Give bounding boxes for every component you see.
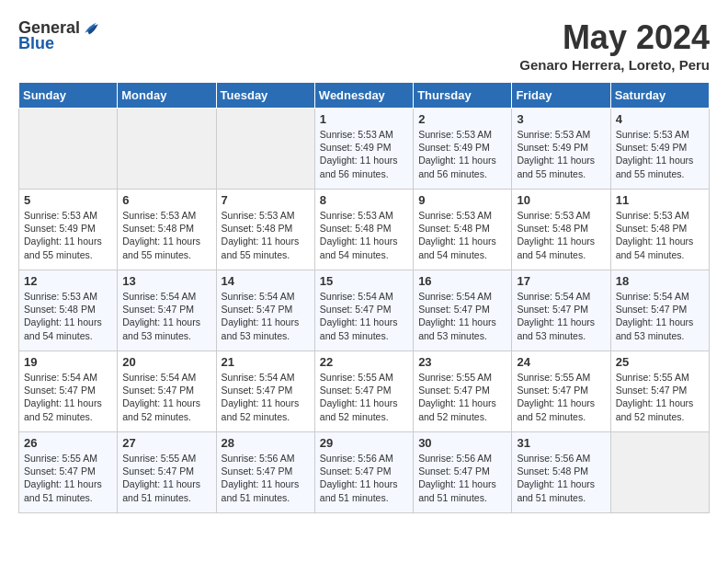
day-number: 22 xyxy=(320,355,409,369)
day-number: 20 xyxy=(122,355,211,369)
day-number: 12 xyxy=(24,274,113,288)
day-number: 1 xyxy=(320,112,409,126)
title-area: May 2024 Genaro Herrera, Loreto, Peru xyxy=(519,18,710,73)
calendar-cell: 17Sunrise: 5:54 AMSunset: 5:47 PMDayligh… xyxy=(512,270,610,351)
day-info: Sunrise: 5:55 AMSunset: 5:47 PMDaylight:… xyxy=(122,452,211,504)
day-number: 14 xyxy=(222,274,311,288)
day-info: Sunrise: 5:53 AMSunset: 5:48 PMDaylight:… xyxy=(616,209,705,261)
header: General Blue May 2024 Genaro Herrera, Lo… xyxy=(18,18,710,73)
day-number: 4 xyxy=(616,112,705,126)
day-info: Sunrise: 5:54 AMSunset: 5:47 PMDaylight:… xyxy=(24,371,113,423)
day-info: Sunrise: 5:54 AMSunset: 5:47 PMDaylight:… xyxy=(222,290,311,342)
day-info: Sunrise: 5:53 AMSunset: 5:48 PMDaylight:… xyxy=(517,209,606,261)
day-number: 29 xyxy=(320,436,409,450)
calendar-cell: 18Sunrise: 5:54 AMSunset: 5:47 PMDayligh… xyxy=(610,270,709,351)
calendar-cell: 31Sunrise: 5:56 AMSunset: 5:48 PMDayligh… xyxy=(512,432,610,513)
calendar-week-row: 1Sunrise: 5:53 AMSunset: 5:49 PMDaylight… xyxy=(19,109,710,190)
calendar-cell: 3Sunrise: 5:53 AMSunset: 5:49 PMDaylight… xyxy=(512,109,610,190)
calendar-cell: 10Sunrise: 5:53 AMSunset: 5:48 PMDayligh… xyxy=(512,190,610,270)
day-info: Sunrise: 5:53 AMSunset: 5:49 PMDaylight:… xyxy=(24,209,113,261)
day-number: 15 xyxy=(320,274,409,288)
logo: General Blue xyxy=(18,18,104,53)
logo-bird-icon xyxy=(82,19,104,38)
day-number: 9 xyxy=(418,193,507,207)
calendar-cell: 14Sunrise: 5:54 AMSunset: 5:47 PMDayligh… xyxy=(216,270,314,351)
weekday-header-friday: Friday xyxy=(512,83,610,109)
calendar-cell: 23Sunrise: 5:55 AMSunset: 5:47 PMDayligh… xyxy=(414,351,512,432)
day-info: Sunrise: 5:54 AMSunset: 5:47 PMDaylight:… xyxy=(616,290,705,342)
calendar-cell: 13Sunrise: 5:54 AMSunset: 5:47 PMDayligh… xyxy=(118,270,216,351)
day-number: 10 xyxy=(517,193,606,207)
calendar-cell: 7Sunrise: 5:53 AMSunset: 5:48 PMDaylight… xyxy=(216,190,314,270)
calendar-cell: 30Sunrise: 5:56 AMSunset: 5:47 PMDayligh… xyxy=(414,432,512,513)
day-info: Sunrise: 5:54 AMSunset: 5:47 PMDaylight:… xyxy=(418,290,507,342)
day-number: 28 xyxy=(222,436,311,450)
day-info: Sunrise: 5:54 AMSunset: 5:47 PMDaylight:… xyxy=(122,290,211,342)
day-info: Sunrise: 5:53 AMSunset: 5:48 PMDaylight:… xyxy=(222,209,311,261)
day-info: Sunrise: 5:55 AMSunset: 5:47 PMDaylight:… xyxy=(24,452,113,504)
calendar-week-row: 12Sunrise: 5:53 AMSunset: 5:48 PMDayligh… xyxy=(19,270,710,351)
day-number: 21 xyxy=(222,355,311,369)
day-number: 27 xyxy=(122,436,211,450)
day-number: 24 xyxy=(517,355,606,369)
calendar-week-row: 26Sunrise: 5:55 AMSunset: 5:47 PMDayligh… xyxy=(19,432,710,513)
day-number: 19 xyxy=(24,355,113,369)
calendar-cell: 21Sunrise: 5:54 AMSunset: 5:47 PMDayligh… xyxy=(216,351,314,432)
calendar-cell xyxy=(610,432,709,513)
calendar-cell: 12Sunrise: 5:53 AMSunset: 5:48 PMDayligh… xyxy=(19,270,118,351)
day-info: Sunrise: 5:56 AMSunset: 5:48 PMDaylight:… xyxy=(517,452,606,504)
calendar-week-row: 5Sunrise: 5:53 AMSunset: 5:49 PMDaylight… xyxy=(19,190,710,270)
calendar-cell: 5Sunrise: 5:53 AMSunset: 5:49 PMDaylight… xyxy=(19,190,118,270)
weekday-header-tuesday: Tuesday xyxy=(216,83,314,109)
calendar-cell: 4Sunrise: 5:53 AMSunset: 5:49 PMDaylight… xyxy=(610,109,709,190)
day-number: 23 xyxy=(418,355,507,369)
calendar-cell: 15Sunrise: 5:54 AMSunset: 5:47 PMDayligh… xyxy=(314,270,413,351)
day-info: Sunrise: 5:54 AMSunset: 5:47 PMDaylight:… xyxy=(517,290,606,342)
calendar-cell: 9Sunrise: 5:53 AMSunset: 5:48 PMDaylight… xyxy=(414,190,512,270)
calendar-cell: 26Sunrise: 5:55 AMSunset: 5:47 PMDayligh… xyxy=(19,432,118,513)
day-info: Sunrise: 5:56 AMSunset: 5:47 PMDaylight:… xyxy=(222,452,311,504)
day-number: 3 xyxy=(517,112,606,126)
weekday-header-monday: Monday xyxy=(118,83,216,109)
day-number: 26 xyxy=(24,436,113,450)
weekday-header-thursday: Thursday xyxy=(414,83,512,109)
day-info: Sunrise: 5:55 AMSunset: 5:47 PMDaylight:… xyxy=(320,371,409,423)
day-number: 25 xyxy=(616,355,705,369)
day-number: 2 xyxy=(418,112,507,126)
calendar-cell: 29Sunrise: 5:56 AMSunset: 5:47 PMDayligh… xyxy=(314,432,413,513)
weekday-header-row: SundayMondayTuesdayWednesdayThursdayFrid… xyxy=(19,83,710,109)
day-number: 8 xyxy=(320,193,409,207)
day-number: 30 xyxy=(418,436,507,450)
calendar-cell: 27Sunrise: 5:55 AMSunset: 5:47 PMDayligh… xyxy=(118,432,216,513)
day-info: Sunrise: 5:53 AMSunset: 5:48 PMDaylight:… xyxy=(320,209,409,261)
calendar-cell: 19Sunrise: 5:54 AMSunset: 5:47 PMDayligh… xyxy=(19,351,118,432)
day-number: 31 xyxy=(517,436,606,450)
weekday-header-wednesday: Wednesday xyxy=(314,83,413,109)
day-number: 17 xyxy=(517,274,606,288)
day-info: Sunrise: 5:55 AMSunset: 5:47 PMDaylight:… xyxy=(616,371,705,423)
calendar-cell: 25Sunrise: 5:55 AMSunset: 5:47 PMDayligh… xyxy=(610,351,709,432)
day-number: 13 xyxy=(122,274,211,288)
day-info: Sunrise: 5:56 AMSunset: 5:47 PMDaylight:… xyxy=(418,452,507,504)
day-info: Sunrise: 5:53 AMSunset: 5:49 PMDaylight:… xyxy=(616,128,705,180)
calendar-cell: 1Sunrise: 5:53 AMSunset: 5:49 PMDaylight… xyxy=(314,109,413,190)
calendar-cell xyxy=(19,109,118,190)
day-info: Sunrise: 5:54 AMSunset: 5:47 PMDaylight:… xyxy=(320,290,409,342)
calendar-table: SundayMondayTuesdayWednesdayThursdayFrid… xyxy=(18,82,710,513)
calendar-cell: 11Sunrise: 5:53 AMSunset: 5:48 PMDayligh… xyxy=(610,190,709,270)
day-number: 7 xyxy=(222,193,311,207)
day-number: 16 xyxy=(418,274,507,288)
location-subtitle: Genaro Herrera, Loreto, Peru xyxy=(519,57,710,73)
day-info: Sunrise: 5:55 AMSunset: 5:47 PMDaylight:… xyxy=(517,371,606,423)
calendar-cell: 28Sunrise: 5:56 AMSunset: 5:47 PMDayligh… xyxy=(216,432,314,513)
day-info: Sunrise: 5:53 AMSunset: 5:48 PMDaylight:… xyxy=(24,290,113,342)
day-number: 5 xyxy=(24,193,113,207)
calendar-cell: 16Sunrise: 5:54 AMSunset: 5:47 PMDayligh… xyxy=(414,270,512,351)
day-info: Sunrise: 5:53 AMSunset: 5:49 PMDaylight:… xyxy=(418,128,507,180)
calendar-cell: 2Sunrise: 5:53 AMSunset: 5:49 PMDaylight… xyxy=(414,109,512,190)
day-info: Sunrise: 5:54 AMSunset: 5:47 PMDaylight:… xyxy=(222,371,311,423)
day-number: 18 xyxy=(616,274,705,288)
calendar-cell: 20Sunrise: 5:54 AMSunset: 5:47 PMDayligh… xyxy=(118,351,216,432)
day-info: Sunrise: 5:53 AMSunset: 5:48 PMDaylight:… xyxy=(418,209,507,261)
weekday-header-sunday: Sunday xyxy=(19,83,118,109)
